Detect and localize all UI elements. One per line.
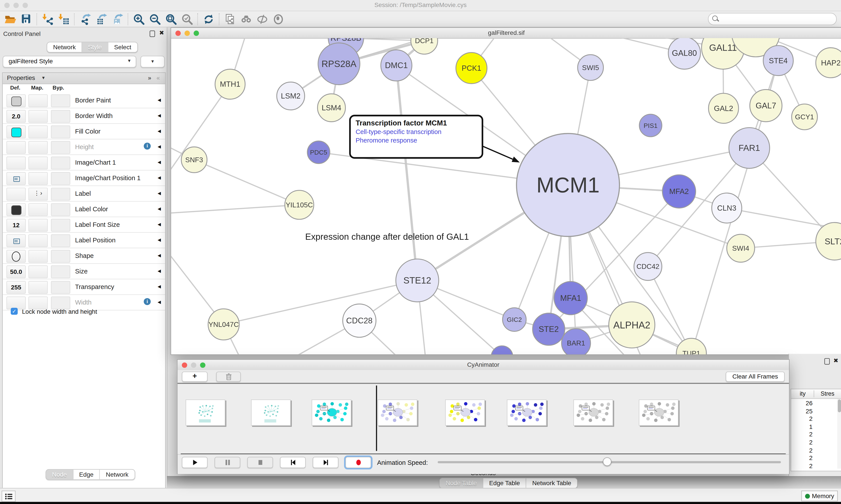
def-cell[interactable] [6, 203, 25, 216]
tab-style[interactable]: Style [82, 42, 108, 52]
properties-header[interactable]: Properties ▼ » « [3, 73, 165, 84]
show-graphics-details-button[interactable] [271, 12, 286, 26]
frame-thumbnail-2[interactable] [251, 399, 291, 426]
skip-to-start-button[interactable] [280, 457, 306, 468]
default-swatch[interactable] [11, 128, 21, 137]
edge-GAL80-P6[interactable] [515, 38, 684, 53]
expand-row-icon[interactable]: ◀ [158, 284, 161, 289]
table-cell-value[interactable]: 26 [791, 400, 812, 406]
property-row-shape[interactable]: Shape ◀ [3, 248, 165, 264]
table-cell-value[interactable]: 2 [791, 431, 812, 438]
byp-cell[interactable] [51, 187, 70, 201]
tab-node[interactable]: Node [46, 470, 73, 479]
def-cell[interactable] [6, 94, 25, 107]
edge-YNL047C-P2[interactable] [171, 215, 223, 324]
property-row-size[interactable]: 50.0 Size ◀ [3, 264, 165, 280]
map-cell[interactable] [29, 265, 48, 278]
def-cell[interactable] [6, 125, 25, 138]
expand-row-icon[interactable]: ◀ [158, 253, 161, 258]
property-row-fill-color[interactable]: Fill Color ◀ [3, 124, 165, 140]
def-cell[interactable] [6, 157, 25, 169]
property-row-label-color[interactable]: Label Color ◀ [3, 202, 165, 217]
map-cell[interactable] [29, 281, 48, 294]
frame-thumbnail-7[interactable] [573, 399, 613, 426]
tab-select[interactable]: Select [108, 42, 137, 52]
network-window-titlebar[interactable]: galFiltered.sif [171, 28, 841, 38]
property-row-border-width[interactable]: 2.0 Border Width ◀ [3, 108, 165, 124]
map-cell[interactable] [29, 172, 48, 185]
clear-all-frames-button[interactable]: Clear All Frames [726, 372, 785, 382]
default-value[interactable]: 255 [7, 282, 25, 293]
map-cell[interactable] [29, 94, 48, 107]
zoom-fit-button[interactable] [164, 12, 179, 26]
expand-row-icon[interactable]: ◀ [158, 175, 161, 180]
frame-thumbnail-4[interactable] [378, 399, 417, 426]
float-panel-icon[interactable] [149, 31, 155, 37]
byp-cell[interactable] [51, 141, 70, 154]
memory-button[interactable]: Memory [801, 491, 838, 501]
delete-frame-button[interactable] [216, 372, 241, 382]
record-button[interactable] [345, 457, 371, 468]
edge-STE12-DMC1[interactable] [396, 66, 417, 281]
zoom-selected-button[interactable] [180, 12, 195, 26]
lock-checkbox[interactable]: ✓ [11, 308, 18, 315]
info-icon[interactable]: i [144, 143, 151, 149]
table-cell-value[interactable]: 2 [791, 416, 812, 422]
frames-timeline[interactable]: Seconds 0123456789 [178, 384, 789, 454]
def-cell[interactable] [6, 250, 25, 263]
tab-network-table[interactable]: Network Table [526, 478, 577, 488]
default-value[interactable]: 12 [7, 219, 25, 231]
mapping-icon[interactable]: ⋮› [34, 190, 43, 197]
panel-list-button[interactable] [2, 491, 16, 502]
find-button[interactable] [239, 12, 254, 26]
map-cell[interactable] [29, 141, 48, 154]
add-frame-button[interactable]: + [182, 372, 208, 382]
hide-graphics-details-button[interactable] [255, 12, 270, 26]
search-field[interactable] [708, 13, 837, 25]
tab-node-table[interactable]: Node Table [440, 478, 483, 488]
byp-cell[interactable] [51, 234, 70, 247]
def-cell[interactable] [6, 172, 25, 185]
table-cell-value[interactable]: 2 [791, 455, 812, 461]
export-image-button[interactable] [110, 12, 125, 26]
expand-all-icon[interactable]: » [148, 74, 151, 81]
map-cell[interactable] [29, 219, 48, 232]
pause-button[interactable] [215, 457, 240, 468]
map-cell[interactable] [29, 250, 48, 263]
frame-thumbnail-1[interactable] [185, 399, 225, 426]
tab-edge[interactable]: Edge [73, 470, 100, 479]
map-cell[interactable] [29, 157, 48, 169]
tab-edge-table[interactable]: Edge Table [483, 478, 526, 488]
table-cell-value[interactable]: 2 [791, 463, 812, 469]
property-row-height[interactable]: Height i ◀ [3, 140, 165, 155]
import-network-button[interactable] [40, 12, 55, 26]
byp-cell[interactable] [51, 125, 70, 138]
play-button[interactable] [182, 457, 208, 468]
table-cell-value[interactable]: 25 [791, 408, 812, 414]
expand-row-icon[interactable]: ◀ [158, 269, 161, 273]
def-cell[interactable]: 2.0 [6, 110, 25, 123]
byp-cell[interactable] [51, 157, 70, 169]
byp-cell[interactable] [51, 219, 70, 232]
edge-SNF3-YIL105C[interactable] [194, 160, 299, 205]
clone-network-button[interactable] [222, 12, 238, 26]
default-value[interactable]: 2.0 [7, 110, 25, 122]
collapse-all-icon[interactable]: « [157, 74, 160, 81]
zoom-in-button[interactable] [131, 12, 146, 26]
expand-row-icon[interactable]: ◀ [158, 300, 161, 305]
info-icon[interactable]: i [144, 298, 151, 305]
frame-thumbnail-5[interactable] [445, 399, 485, 426]
style-selector[interactable]: galFiltered Style ▼ [3, 56, 136, 68]
style-options-button[interactable]: ▼ [141, 56, 165, 68]
default-swatch[interactable] [11, 96, 21, 106]
speed-slider-thumb[interactable] [603, 457, 611, 466]
tab-network[interactable]: Network [47, 42, 82, 52]
property-row-label[interactable]: ⋮› Label ◀ [3, 186, 165, 202]
map-cell[interactable] [29, 125, 48, 138]
refresh-button[interactable] [201, 12, 216, 26]
def-cell[interactable]: 50.0 [6, 265, 25, 278]
def-cell[interactable]: 12 [6, 219, 25, 232]
open-session-button[interactable] [3, 12, 18, 26]
export-table-button[interactable] [94, 12, 109, 26]
property-row-label-position[interactable]: Label Position ◀ [3, 233, 165, 248]
